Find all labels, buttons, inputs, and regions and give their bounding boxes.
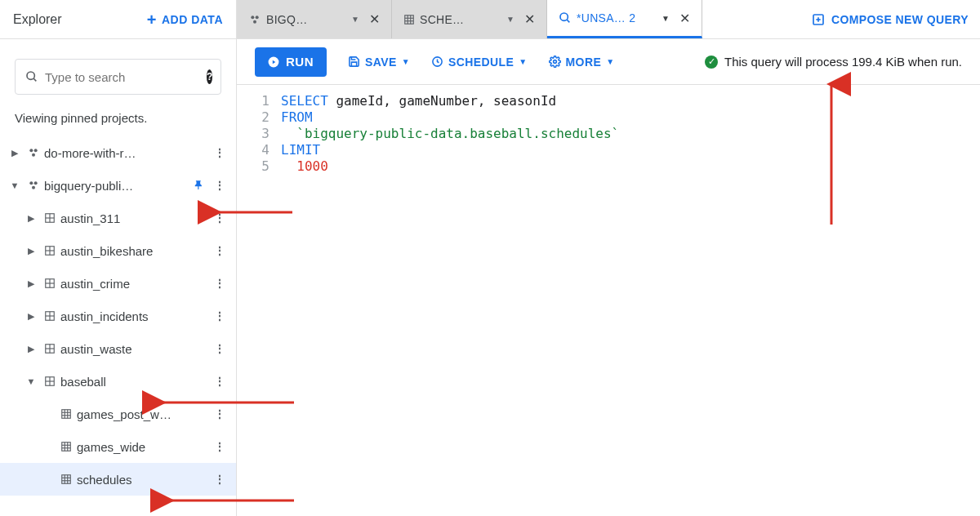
caret-down-icon[interactable]: ▼ <box>5 180 24 190</box>
code-area[interactable]: SELECT gameId, gameNumber, seasonIdFROM … <box>281 91 619 175</box>
kebab-icon[interactable]: ⋮ <box>210 342 229 355</box>
dataset-node-austin-bikeshare[interactable]: ▶austin_bikeshare⋮ <box>0 234 236 267</box>
kebab-icon[interactable]: ⋮ <box>210 440 229 453</box>
node-label: baseball <box>59 375 210 389</box>
dataset-node-austin-incidents[interactable]: ▶austin_incidents⋮ <box>0 300 236 332</box>
help-icon[interactable]: ? <box>207 69 212 84</box>
add-data-button[interactable]: + ADD DATA <box>147 11 223 28</box>
explorer-tree[interactable]: ▶do-more-with-r…⋮▼bigquery-publi…⋮▶austi… <box>0 136 236 516</box>
svg-point-6 <box>34 181 38 185</box>
table-node-games-post-w-[interactable]: games_post_w…⋮ <box>0 398 236 430</box>
dataset-icon <box>41 310 59 322</box>
dataset-node-austin-311[interactable]: ▶austin_311⋮ <box>0 202 236 234</box>
schedule-label: SCHEDULE <box>448 56 514 69</box>
kebab-icon[interactable]: ⋮ <box>210 211 229 225</box>
dataset-icon <box>41 343 59 354</box>
svg-point-41 <box>251 16 254 19</box>
chevron-down-icon[interactable]: ▼ <box>662 14 670 23</box>
line-number: 2 <box>237 109 270 126</box>
chevron-down-icon[interactable]: ▼ <box>506 15 514 24</box>
table-icon <box>57 441 75 452</box>
search-row: ? <box>0 39 236 105</box>
close-icon[interactable]: ✕ <box>364 11 380 27</box>
save-button[interactable]: SAVE ▼ <box>348 56 410 69</box>
gear-icon <box>549 56 561 68</box>
kebab-icon[interactable]: ⋮ <box>210 277 229 290</box>
check-icon: ✓ <box>705 56 718 69</box>
tab-label: SCHE… <box>420 13 501 26</box>
kebab-icon[interactable]: ⋮ <box>210 473 229 486</box>
more-label: MORE <box>566 56 602 69</box>
tab-label: *UNSA… 2 <box>577 11 657 24</box>
node-label: games_wide <box>75 440 210 454</box>
search-input[interactable] <box>45 70 200 84</box>
tab-0[interactable]: BIGQ…▼✕ <box>237 0 392 38</box>
sidebar-header: Explorer + ADD DATA <box>0 0 236 39</box>
kebab-icon[interactable]: ⋮ <box>210 146 229 159</box>
tab-2[interactable]: *UNSA… 2▼✕ <box>547 0 702 38</box>
dataset-node-austin-waste[interactable]: ▶austin_waste⋮ <box>0 332 236 365</box>
search-box[interactable]: ? <box>15 59 221 95</box>
project-icon <box>248 13 261 26</box>
dataset-node-austin-crime[interactable]: ▶austin_crime⋮ <box>0 267 236 300</box>
kebab-icon[interactable]: ⋮ <box>210 375 229 388</box>
close-icon[interactable]: ✕ <box>675 11 690 26</box>
kebab-icon[interactable]: ⋮ <box>210 309 229 322</box>
code-line[interactable]: `bigquery-public-data.baseball.schedules… <box>281 126 619 142</box>
search-icon <box>25 70 38 83</box>
main-panel: BIGQ…▼✕SCHE…▼✕*UNSA… 2▼✕ COMPOSE NEW QUE… <box>237 0 980 516</box>
svg-point-0 <box>27 72 34 79</box>
code-line[interactable]: LIMIT <box>281 142 619 158</box>
compose-new-query-button[interactable]: COMPOSE NEW QUERY <box>800 0 980 38</box>
caret-right-icon[interactable]: ▶ <box>21 278 41 289</box>
code-line[interactable]: FROM <box>281 109 619 126</box>
svg-point-4 <box>32 153 35 157</box>
line-number: 4 <box>237 142 270 158</box>
close-icon[interactable]: ✕ <box>519 11 535 27</box>
chevron-down-icon[interactable]: ▼ <box>351 15 359 24</box>
code-line[interactable]: 1000 <box>281 158 619 175</box>
project-icon <box>24 179 42 192</box>
compose-label: COMPOSE NEW QUERY <box>831 13 969 26</box>
project-icon <box>24 146 42 159</box>
line-number: 3 <box>237 126 270 142</box>
caret-right-icon[interactable]: ▶ <box>21 311 41 322</box>
caret-down-icon[interactable]: ▼ <box>21 376 41 386</box>
tab-1[interactable]: SCHE…▼✕ <box>392 0 547 38</box>
dataset-icon <box>41 376 59 387</box>
query-toolbar: RUN SAVE ▼ SCHEDULE ▼ MORE ▼ ✓ This quer… <box>237 39 980 85</box>
table-node-games-wide[interactable]: games_wide⋮ <box>0 430 236 463</box>
svg-point-7 <box>32 186 35 189</box>
sql-editor[interactable]: 12345 SELECT gameId, gameNumber, seasonI… <box>237 85 980 516</box>
node-label: austin_311 <box>59 211 210 225</box>
line-number: 5 <box>237 158 270 175</box>
caret-right-icon[interactable]: ▶ <box>21 344 41 354</box>
pin-icon[interactable] <box>194 180 205 191</box>
kebab-icon[interactable]: ⋮ <box>210 179 229 192</box>
line-gutter: 12345 <box>237 91 281 175</box>
node-label: schedules <box>75 473 210 487</box>
svg-rect-44 <box>405 15 414 24</box>
chevron-down-icon: ▼ <box>606 57 614 66</box>
kebab-icon[interactable]: ⋮ <box>210 244 229 257</box>
project-node-bigquery-publi-[interactable]: ▼bigquery-publi…⋮ <box>0 169 236 202</box>
more-button[interactable]: MORE ▼ <box>549 56 615 69</box>
project-node-do-more-with-r-[interactable]: ▶do-more-with-r…⋮ <box>0 136 236 169</box>
svg-point-43 <box>253 20 256 23</box>
caret-right-icon[interactable]: ▶ <box>5 148 24 158</box>
status-text: This query will process 199.4 KiB when r… <box>724 55 962 69</box>
run-button[interactable]: RUN <box>255 47 327 77</box>
code-line[interactable]: SELECT gameId, gameNumber, seasonId <box>281 93 619 109</box>
table-icon <box>403 14 415 25</box>
caret-right-icon[interactable]: ▶ <box>21 246 41 256</box>
svg-point-49 <box>560 13 568 20</box>
dataset-icon <box>41 212 59 224</box>
caret-right-icon[interactable]: ▶ <box>21 213 41 224</box>
node-label: games_post_w… <box>75 407 210 421</box>
svg-point-3 <box>34 149 38 152</box>
dataset-node-baseball[interactable]: ▼baseball⋮ <box>0 365 236 398</box>
table-node-schedules[interactable]: schedules⋮ <box>0 463 236 496</box>
kebab-icon[interactable]: ⋮ <box>210 407 229 420</box>
svg-point-57 <box>553 60 556 64</box>
schedule-button[interactable]: SCHEDULE ▼ <box>431 56 528 69</box>
